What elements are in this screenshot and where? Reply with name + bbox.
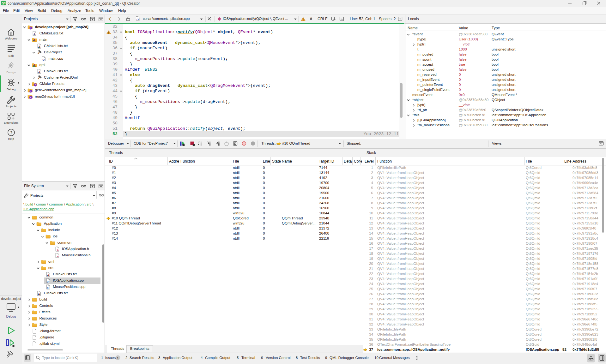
svg-text:h: h — [57, 249, 58, 252]
svg-text:h: h — [57, 255, 58, 258]
svg-text:C: C — [47, 287, 49, 289]
svg-text:1: 1 — [117, 356, 119, 360]
svg-text:?: ? — [10, 130, 12, 135]
svg-text:C: C — [136, 18, 138, 21]
svg-text:QC: QC — [2, 2, 6, 5]
svg-text:C: C — [47, 280, 49, 283]
svg-text:C: C — [42, 58, 44, 61]
